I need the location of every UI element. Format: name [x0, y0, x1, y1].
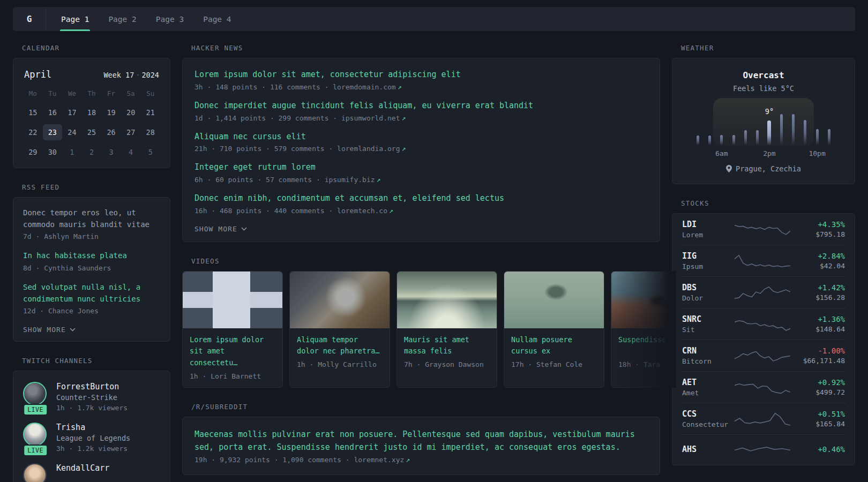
chevron-down-icon — [241, 227, 247, 231]
stock-sparkline — [731, 347, 794, 365]
calendar-section-label: CALENDAR — [22, 44, 170, 52]
stock-price: $148.64 — [794, 325, 845, 333]
tab-page-4[interactable]: Page 4 — [196, 7, 238, 31]
hn-story-link[interactable]: Donec enim nibh, condimentum et accumsan… — [194, 193, 648, 205]
stock-values: +1.36% $148.64 — [794, 315, 845, 333]
weekday-label: We — [62, 87, 82, 101]
stock-row-ahs[interactable]: AHS +0.46% — [681, 435, 846, 465]
tab-page-3[interactable]: Page 3 — [149, 7, 191, 31]
video-card[interactable]: Nullam posuere cursus ex 17h · Stefan Co… — [504, 271, 604, 388]
video-info: Nullam posuere cursus ex 17h · Stefan Co… — [504, 328, 604, 375]
stock-row-crn[interactable]: CRN Bitcorn -1.00% $66,171.48 — [681, 340, 846, 372]
tab-page-2[interactable]: Page 2 — [101, 7, 143, 31]
video-meta: 17h · Stefan Cole — [511, 360, 597, 368]
stock-row-snrc[interactable]: SNRC Sit +1.36% $148.64 — [681, 308, 846, 340]
rss-show-more-label: SHOW MORE — [23, 326, 66, 334]
hn-story-link[interactable]: Donec imperdiet augue tincidunt felis al… — [194, 100, 648, 112]
calendar-day: 25 — [82, 124, 102, 140]
reddit-post-link[interactable]: Maecenas mollis pulvinar erat non posuer… — [194, 428, 648, 454]
hn-story-meta-text: 21h · 710 points · 579 comments · loreml… — [194, 145, 400, 153]
stock-values: +0.51% $165.84 — [794, 410, 845, 428]
channel-avatar — [23, 463, 47, 482]
calendar-day: 15 — [23, 104, 43, 120]
stock-id: IIG Ipsum — [682, 251, 731, 270]
video-thumbnail-boat-wake — [397, 272, 497, 328]
hackernews-widget: Lorem ipsum dolor sit amet, consectetur … — [182, 58, 660, 242]
twitch-section: TWITCH CHANNELS LIVE ForrestBurton Count… — [13, 357, 170, 482]
tab-page-1[interactable]: Page 1 — [54, 7, 96, 31]
subreddit-section: /R/SUBREDDIT Maecenas mollis pulvinar er… — [182, 403, 660, 475]
dashboard-columns: CALENDAR April Week 17·2024 Mo Tu We Th … — [13, 44, 855, 482]
rss-item-link[interactable]: Sed volutpat nulla nisl, a condimentum n… — [23, 282, 160, 305]
stock-change: +4.35% — [794, 220, 845, 229]
video-card[interactable]: Lorem ipsum dolor sit amet consectetu… 1… — [182, 271, 283, 388]
calendar-day: 17 — [62, 104, 82, 120]
weather-bar — [751, 112, 763, 145]
video-meta: 1h · Molly Carrillo — [297, 360, 383, 368]
video-card[interactable]: Mauris sit amet massa felis 7h · Grayson… — [396, 271, 497, 388]
stock-name: Consectetur — [682, 420, 731, 428]
stock-name: Dolor — [682, 294, 731, 302]
stock-row-ccs[interactable]: CCS Consectetur +0.51% $165.84 — [681, 403, 846, 435]
video-card[interactable]: Aliquam tempor dolor nec pharetra… 1h · … — [289, 271, 390, 388]
twitch-channel-trisha[interactable]: LIVE Trisha League of Legends 3h · 1.2k … — [23, 423, 160, 453]
hn-story-meta: 1d · 1,414 points · 299 comments · ipsum… — [194, 114, 648, 122]
rss-show-more-button[interactable]: SHOW MORE — [23, 326, 76, 334]
hn-story: Integer eget rutrum lorem 6h · 60 points… — [194, 162, 648, 184]
stock-sparkline — [731, 441, 794, 459]
calendar-day-next-month: 3 — [101, 144, 121, 160]
stock-change: +0.92% — [794, 378, 845, 387]
left-column: CALENDAR April Week 17·2024 Mo Tu We Th … — [13, 44, 170, 482]
stock-row-ldi[interactable]: LDI Lorem +4.35% $795.18 — [681, 214, 846, 245]
twitch-channel-kendallcarr[interactable]: KendallCarr — [23, 463, 160, 482]
hn-story-link[interactable]: Aliquam nec cursus elit — [194, 131, 648, 143]
page-tabs: Page 1 Page 2 Page 3 Page 4 — [46, 7, 241, 31]
stock-price: $156.28 — [794, 293, 845, 302]
twitch-channel-forrestburton[interactable]: LIVE ForrestBurton Counter-Strike 1h · 1… — [23, 382, 160, 412]
weather-bar — [739, 112, 751, 145]
hn-story-link[interactable]: Lorem ipsum dolor sit amet, consectetur … — [194, 69, 648, 81]
stock-row-iig[interactable]: IIG Ipsum +2.84% $42.04 — [681, 245, 846, 277]
stock-symbol: AHS — [682, 445, 731, 454]
calendar-day: 18 — [82, 104, 102, 120]
hn-story-meta: 16h · 468 points · 440 comments · loremt… — [194, 207, 648, 215]
hn-story-meta-text: 16h · 468 points · 440 comments · loremt… — [194, 207, 387, 215]
hn-story: Aliquam nec cursus elit 21h · 710 points… — [194, 131, 648, 153]
weather-bar — [787, 112, 799, 145]
external-link-arrow-icon: ↗ — [400, 114, 406, 122]
right-column: WEATHER Overcast Feels like 5°C 6am9°2pm… — [672, 44, 855, 482]
rss-item-link[interactable]: Donec tempor eros leo, ut commodo mauris… — [23, 207, 160, 230]
video-info: Suspendisse diam 18h · Tara — [611, 328, 676, 375]
calendar-header: April Week 17·2024 — [24, 69, 159, 80]
twitch-widget: LIVE ForrestBurton Counter-Strike 1h · 1… — [13, 371, 170, 482]
stock-sparkline — [731, 315, 794, 333]
video-thumbnail-camera-hands — [290, 272, 390, 328]
weather-time-label: 10pm — [809, 149, 825, 157]
stock-row-dbs[interactable]: DBS Dolor +1.42% $156.28 — [681, 277, 846, 308]
calendar-day: 19 — [101, 104, 121, 120]
hn-story-link[interactable]: Integer eget rutrum lorem — [194, 162, 648, 174]
calendar-week-year: Week 17·2024 — [103, 71, 159, 79]
stock-id: LDI Lorem — [682, 220, 731, 239]
hn-show-more-button[interactable]: SHOW MORE — [194, 225, 247, 233]
weekday-label: Mo — [23, 87, 43, 101]
video-thumbnail-misty-field — [611, 272, 676, 328]
channel-avatar — [23, 423, 47, 446]
logo[interactable]: G — [13, 7, 46, 31]
stock-id: SNRC Sit — [682, 314, 731, 334]
location-pin-icon — [726, 165, 732, 172]
stock-values: +1.42% $156.28 — [794, 283, 845, 302]
stock-change: +0.46% — [794, 445, 845, 454]
stock-name: Bitcorn — [682, 357, 731, 365]
middle-column: HACKER NEWS Lorem ipsum dolor sit amet, … — [182, 44, 660, 482]
channel-info: KendallCarr — [56, 463, 109, 482]
stock-row-aet[interactable]: AET Amet +0.92% $499.72 — [681, 372, 846, 403]
weather-bar — [775, 112, 787, 145]
stock-sparkline — [731, 220, 794, 238]
rss-item-link[interactable]: In hac habitasse platea — [23, 250, 160, 262]
stock-price: $795.18 — [794, 230, 845, 238]
video-card[interactable]: Suspendisse diam 18h · Tara — [611, 271, 676, 388]
calendar-day: 30 — [43, 144, 63, 160]
video-title: Suspendisse diam — [618, 334, 676, 357]
weather-bar — [799, 112, 811, 145]
